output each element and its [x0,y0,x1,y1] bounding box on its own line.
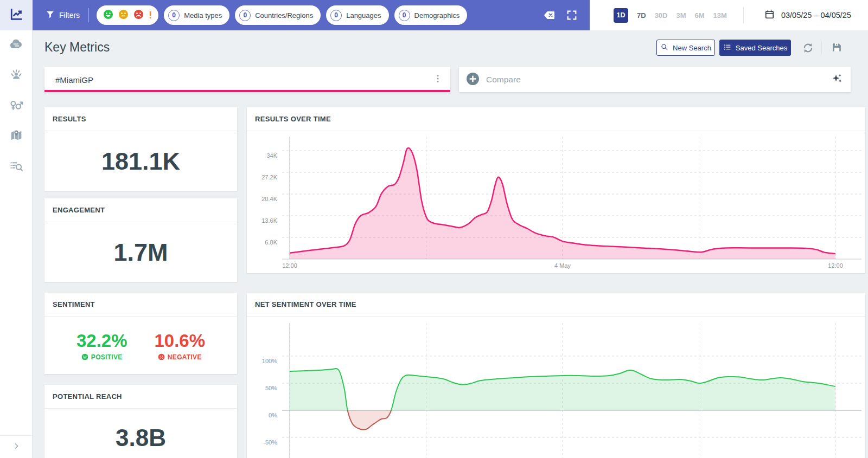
search-query-field[interactable]: #MiamiGP [44,67,450,92]
new-search-button[interactable]: New Search [656,40,715,56]
analytics-icon [9,7,24,24]
positive-sentiment: 32.2% POSITIVE [76,331,127,361]
filter-funnel-icon [46,10,55,21]
svg-text:100%: 100% [262,358,277,364]
save-button[interactable] [831,42,843,55]
negative-sentiment-value: 10.6% [155,331,206,351]
sidebar-collapse-toggle[interactable] [0,435,32,458]
engagement-card-title: ENGAGEMENT [44,198,237,222]
saved-list-icon [723,43,732,53]
languages-filter-pill[interactable]: 0 Languages [326,5,388,25]
range-7d-button[interactable]: 7D [637,11,646,20]
demographics-count-badge: 0 [399,10,410,21]
svg-text:12:00: 12:00 [282,262,297,269]
saved-searches-label: Saved Searches [736,44,787,52]
sidebar-item-analytics[interactable] [0,0,32,30]
demographics-label: Demographics [414,11,460,20]
happy-face-icon [103,9,113,22]
results-chart-title: RESULTS OVER TIME [247,107,865,131]
svg-text:20.4K: 20.4K [261,196,277,202]
results-over-time-card: RESULTS OVER TIME 34K27.2K20.4K13.6K6.8K… [247,107,865,273]
sidebar [0,0,33,458]
filters-label: Filters [59,11,80,20]
alert-exclamation-icon: ! [149,10,152,20]
calendar-icon [764,9,775,21]
neutral-face-icon [118,9,129,22]
influencer-icon [9,67,24,85]
range-1d-button[interactable]: 1D [614,8,628,23]
demographics-filter-pill[interactable]: 0 Demographics [394,5,468,25]
filters-button[interactable]: Filters [46,10,80,21]
word-cloud-icon [9,37,24,54]
positive-smiley-icon [81,353,88,360]
languages-count-badge: 0 [330,10,342,21]
svg-text:50%: 50% [265,385,277,391]
media-types-count-badge: 0 [168,10,180,21]
filter-topbar: Filters ! 0 Media types 0 Countries/Regi… [33,0,590,30]
range-selector: 1D 7D 30D 3M 6M 13M [614,8,727,23]
timerange-bar: 1D 7D 30D 3M 6M 13M 03/05/25 – 04/05/25 [590,0,868,30]
refresh-button[interactable] [802,42,814,56]
net-sentiment-over-time-card: NET SENTIMENT OVER TIME 100%50%0%-50%-10… [247,293,865,458]
sidebar-item-demographics[interactable] [0,91,32,121]
countries-filter-pill[interactable]: 0 Countries/Regions [235,5,321,25]
net-sentiment-chart[interactable]: 100%50%0%-50%-100%12:004 May12:00 [247,317,865,458]
themes-search-icon [9,158,24,176]
results-metric-card: RESULTS 181.1K [44,107,237,191]
languages-label: Languages [346,11,381,20]
sidebar-item-themes[interactable] [0,152,32,182]
page-title: Key Metrics [44,40,110,55]
svg-text:4 May: 4 May [554,262,571,269]
engagement-metric-card: ENGAGEMENT 1.7M [44,198,237,282]
range-date-divider [743,8,744,23]
results-value: 181.1K [44,132,237,191]
results-over-time-chart[interactable]: 34K27.2K20.4K13.6K6.8K12:004 May12:00 [247,131,865,273]
sentiment-metric-card: SENTIMENT 32.2% POSITIVE 10.6% NEGATIVE [44,293,237,374]
search-magnifier-icon [660,43,669,53]
svg-text:6.8K: 6.8K [265,239,277,246]
media-types-filter-pill[interactable]: 0 Media types [164,5,229,25]
date-range-text: 03/05/25 – 04/05/25 [781,11,851,20]
range-13m-button[interactable]: 13M [713,11,727,20]
compare-field[interactable]: Compare [459,67,851,92]
negative-sentiment-label: NEGATIVE [158,353,202,361]
collapse-chevron-icon [12,442,21,453]
ai-sparkles-icon[interactable] [831,73,843,87]
topbar-icon-group [543,9,578,22]
search-query-text: #MiamiGP [55,75,433,85]
sidebar-item-influencers[interactable] [0,61,32,91]
new-search-label: New Search [673,44,711,52]
saved-searches-button[interactable]: Saved Searches [719,40,791,56]
kebab-menu-icon[interactable] [433,74,443,86]
sidebar-item-geography[interactable] [0,121,32,152]
positive-sentiment-value: 32.2% [76,331,127,351]
net-sentiment-chart-title: NET SENTIMENT OVER TIME [247,293,865,317]
countries-count-badge: 0 [239,10,251,21]
analytics-dashboard: Filters ! 0 Media types 0 Countries/Regi… [0,0,868,458]
svg-text:13.6K: 13.6K [261,217,277,224]
reach-value: 3.8B [44,409,237,458]
range-3m-button[interactable]: 3M [676,11,686,20]
sidebar-item-word-cloud[interactable] [0,30,32,61]
sentiment-values: 32.2% POSITIVE 10.6% NEGATIVE [44,317,237,374]
sad-face-icon [133,9,144,22]
svg-text:-50%: -50% [263,439,277,446]
clear-filters-button[interactable] [543,9,556,22]
header-divider [821,41,822,55]
negative-sentiment: 10.6% NEGATIVE [155,331,206,361]
topbar-divider [88,8,89,22]
compare-placeholder: Compare [486,75,831,85]
demographics-gender-icon [8,97,24,115]
media-types-label: Media types [184,11,222,20]
range-30d-button[interactable]: 30D [655,11,668,20]
engagement-value: 1.7M [44,223,237,282]
svg-text:27.2K: 27.2K [261,174,277,180]
sentiment-filter-pill[interactable]: ! [97,5,158,25]
positive-sentiment-label: POSITIVE [81,353,123,361]
fullscreen-button[interactable] [566,9,578,21]
map-icon [9,128,24,145]
add-circle-icon[interactable] [467,73,479,87]
negative-frown-icon [158,353,165,360]
range-6m-button[interactable]: 6M [695,11,705,20]
date-range-picker[interactable]: 03/05/25 – 04/05/25 [764,9,851,21]
